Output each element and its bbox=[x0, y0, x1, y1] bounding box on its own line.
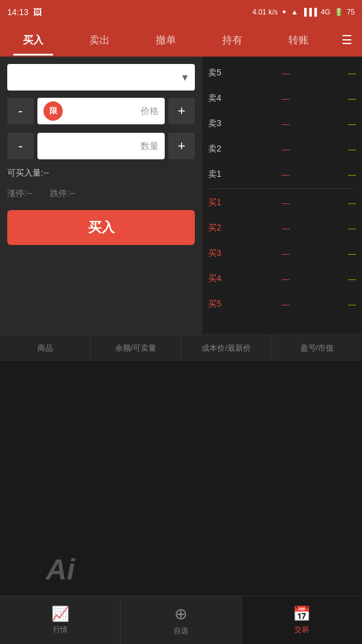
image-icon: 🖼 bbox=[33, 7, 42, 17]
chevron-down-icon: ▾ bbox=[182, 71, 188, 84]
column-cost: 成本价/最新价 bbox=[182, 335, 272, 361]
battery-icon: 🔋 bbox=[334, 8, 343, 16]
buy-row-3: 买3 — — bbox=[208, 242, 356, 265]
left-panel: ▾ - 限 价格 + - 数量 bbox=[0, 57, 202, 334]
buy-row-1: 买1 — — bbox=[208, 191, 356, 214]
tab-sell[interactable]: 卖出 bbox=[66, 24, 133, 56]
order-book: 卖5 — — 卖4 — — 卖3 — — 卖2 — — 卖1 — — 买1 — bbox=[202, 57, 362, 334]
sell-row-1: 卖1 — — bbox=[208, 163, 356, 186]
quantity-minus-button[interactable]: - bbox=[7, 133, 34, 159]
nav-market[interactable]: 📈 行情 bbox=[0, 596, 121, 644]
nav-tabs: 买入 卖出 撤单 持有 转账 ☰ bbox=[0, 24, 362, 57]
rise-stop: 涨停:-- bbox=[7, 188, 32, 199]
bottom-nav: 📈 行情 ⊕ 自选 📅 交易 bbox=[0, 596, 362, 644]
time-display: 14:13 bbox=[7, 7, 28, 17]
sell-row-5: 卖5 — — bbox=[208, 62, 356, 84]
order-book-divider bbox=[208, 188, 356, 189]
market-icon: 📈 bbox=[51, 605, 69, 622]
trade-icon: 📅 bbox=[293, 605, 311, 622]
ai-text-area: Ai bbox=[0, 543, 121, 596]
price-input-row: - 限 价格 + bbox=[7, 97, 195, 126]
table-header: 商品 余额/可卖量 成本价/最新价 盈亏/市值 bbox=[0, 334, 362, 361]
quantity-plus-button[interactable]: + bbox=[168, 133, 195, 159]
buy-row-4: 买4 — — bbox=[208, 267, 356, 290]
rise-fall-row: 涨停:-- 跌停:-- bbox=[7, 186, 195, 202]
quantity-input-field[interactable]: 数量 bbox=[37, 133, 165, 159]
wifi-icon: ▲ bbox=[291, 8, 298, 16]
fall-stop: 跌停:-- bbox=[50, 188, 75, 199]
network-speed: 4.01 k/s bbox=[252, 8, 278, 16]
tab-holdings[interactable]: 持有 bbox=[199, 24, 265, 56]
network-type: 4G bbox=[321, 8, 331, 16]
price-input-field[interactable]: 限 价格 bbox=[37, 98, 165, 124]
status-right: 4.01 k/s ✦ ▲ ▐▐▐ 4G 🔋 75 bbox=[252, 8, 355, 16]
quantity-label: 数量 bbox=[141, 141, 159, 152]
column-profit: 盈亏/市值 bbox=[272, 335, 362, 361]
ai-label: Ai bbox=[46, 553, 75, 586]
tab-transfer[interactable]: 转账 bbox=[265, 24, 332, 56]
tab-cancel[interactable]: 撤单 bbox=[133, 24, 199, 56]
column-product: 商品 bbox=[0, 335, 91, 361]
quantity-input-row: - 数量 + bbox=[7, 132, 195, 161]
sell-row-3: 卖3 — — bbox=[208, 112, 356, 135]
column-balance: 余额/可卖量 bbox=[91, 335, 181, 361]
tab-buy[interactable]: 买入 bbox=[0, 24, 66, 56]
main-content: ▾ - 限 价格 + - 数量 bbox=[0, 57, 362, 334]
buy-row-5: 买5 — — bbox=[208, 293, 356, 316]
available-amount: 可买入量:-- bbox=[7, 167, 195, 180]
buy-row-2: 买2 — — bbox=[208, 217, 356, 240]
battery-level: 75 bbox=[347, 8, 355, 16]
nav-trade[interactable]: 📅 交易 bbox=[242, 596, 362, 644]
stock-selector[interactable]: ▾ bbox=[7, 64, 195, 91]
limit-badge: 限 bbox=[43, 101, 63, 121]
sell-row-4: 卖4 — — bbox=[208, 87, 356, 110]
bluetooth-icon: ✦ bbox=[281, 8, 287, 16]
menu-button[interactable]: ☰ bbox=[332, 24, 362, 56]
buy-button[interactable]: 买入 bbox=[7, 210, 195, 245]
price-plus-button[interactable]: + bbox=[168, 98, 195, 124]
price-minus-button[interactable]: - bbox=[7, 98, 34, 124]
price-label: 价格 bbox=[141, 106, 159, 117]
nav-watchlist[interactable]: ⊕ 自选 bbox=[121, 596, 241, 644]
signal-icon: ▐▐▐ bbox=[302, 8, 317, 16]
watchlist-icon: ⊕ bbox=[174, 605, 188, 623]
sell-row-2: 卖2 — — bbox=[208, 138, 356, 161]
status-bar: 14:13 🖼 4.01 k/s ✦ ▲ ▐▐▐ 4G 🔋 75 bbox=[0, 0, 362, 24]
status-left: 14:13 🖼 bbox=[7, 7, 42, 17]
